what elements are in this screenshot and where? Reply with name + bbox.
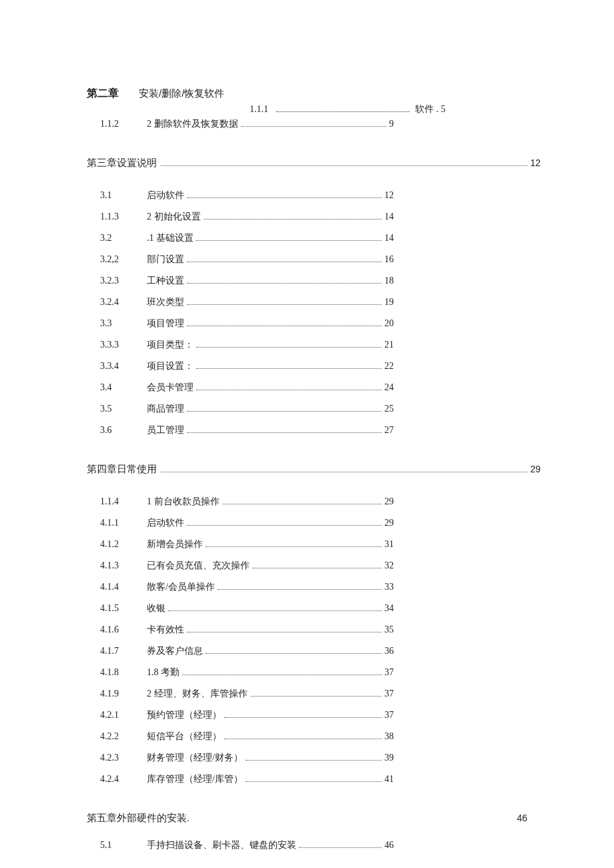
toc-page: 27	[384, 425, 394, 436]
toc-label: 项目类型：	[147, 339, 194, 351]
toc-label: 项目设置：	[147, 360, 194, 372]
chapter3-heading: 第三章设置说明 12	[87, 157, 541, 169]
toc-dots	[187, 432, 382, 433]
toc-num: 4.2.3	[100, 753, 147, 763]
toc-label: 1 前台收款员操作	[147, 496, 220, 508]
toc-label: 启动软件	[147, 189, 184, 201]
toc-page: 31	[384, 539, 394, 550]
toc-num: 3.6	[100, 425, 147, 436]
chapter3-entries: 3.1启动软件121.1.32 初始化设置143.2.1 基础设置143.2,2…	[87, 189, 541, 436]
chapter5-heading: 第五章外部硬件的安装. 46	[87, 812, 541, 825]
toc-num: 3.1	[100, 190, 147, 201]
toc-dots	[224, 717, 382, 718]
toc-page: 16	[384, 254, 394, 265]
toc-page: 19	[384, 297, 394, 308]
toc-entry: 1.1.32 初始化设置14	[100, 211, 394, 223]
toc-label: 员工管理	[147, 424, 184, 436]
toc-entry: 3.3项目管理20	[100, 318, 394, 330]
toc-entry: 3.5商品管理25	[100, 403, 394, 415]
toc-dots	[299, 847, 382, 848]
toc-dots	[161, 472, 527, 472]
chapter4-heading: 第四章日常使用 29	[87, 463, 541, 476]
toc-label: 预约管理（经理）	[147, 709, 222, 721]
toc-entry: 1.1.41 前台收款员操作29	[100, 496, 394, 508]
toc-num: 1.1.3	[100, 211, 147, 222]
toc-num: 4.1.9	[100, 689, 147, 699]
toc-label: 部门设置	[147, 254, 184, 266]
toc-entry: 4.1.7券及客户信息36	[100, 645, 394, 657]
toc-label: 商品管理	[147, 403, 184, 415]
toc-num: 3.5	[100, 404, 147, 414]
toc-page: 33	[384, 582, 394, 592]
toc-num: 3.4	[100, 382, 147, 393]
toc-page: 38	[384, 731, 394, 742]
toc-dots	[187, 262, 382, 262]
toc-entry: 3.2,2部门设置16	[100, 254, 394, 266]
toc-dots	[276, 111, 410, 112]
toc-label: 启动软件	[147, 517, 184, 529]
toc-num: 4.1.4	[100, 582, 147, 592]
toc-label: 券及客户信息	[147, 645, 203, 657]
chapter3-title: 第三章设置说明	[87, 157, 157, 169]
toc-num: 4.2.1	[100, 710, 147, 721]
toc-label: 2 经理、财务、库管操作	[147, 688, 248, 700]
chapter3-page: 12	[530, 157, 541, 168]
toc-page: 12	[384, 190, 394, 201]
toc-num: 4.1.5	[100, 603, 147, 614]
toc-dots	[187, 197, 382, 198]
toc-entry: 3.2.1 基础设置14	[100, 232, 394, 244]
chapter4-page: 29	[530, 464, 541, 474]
toc-page: 14	[384, 233, 394, 244]
toc-dots	[187, 632, 382, 632]
toc-num: 3.2.4	[100, 297, 147, 308]
toc-entry: 4.2.2短信平台（经理）38	[100, 731, 394, 743]
toc-entry: 3.2.3工种设置18	[100, 275, 394, 287]
chapter5-entries: 5.1手持扫描设备、刷卡器、键盘的安装46	[87, 839, 541, 851]
toc-page: 37	[384, 667, 394, 678]
toc-dots	[182, 675, 382, 675]
toc-dots	[246, 760, 382, 761]
toc-page: 22	[384, 361, 394, 372]
toc-label: 新增会员操作	[147, 538, 203, 550]
toc-num: 4.1.2	[100, 539, 147, 550]
toc-label: 卡有效性	[147, 624, 184, 636]
toc-label: 散客/会员单操作	[147, 581, 215, 593]
chapter2-bold: 第二章	[87, 87, 119, 101]
toc-dots	[250, 696, 382, 697]
toc-page: 46	[384, 840, 394, 851]
toc-page: 37	[384, 689, 394, 699]
toc-dots	[241, 126, 387, 127]
toc-dots	[252, 568, 382, 568]
toc-entry: 4.2.4库存管理（经理/库管）41	[100, 773, 394, 785]
toc-entry: 4.1.4散客/会员单操作33	[100, 581, 394, 593]
toc-page: 37	[384, 710, 394, 721]
toc-label: 财务管理（经理/财务）	[147, 752, 243, 764]
toc-num: 3.2.3	[100, 276, 147, 286]
toc-entry: 3.6员工管理27	[100, 424, 394, 436]
chapter2-title: 安装/删除/恢复软件	[139, 87, 224, 100]
toc-entry: 4.1.6卡有效性35	[100, 624, 394, 636]
toc-tail: 软件 . 5	[415, 103, 446, 115]
toc-num: 5.1	[100, 840, 147, 851]
toc-page: 34	[384, 603, 394, 614]
toc-entry: 4.2.1预约管理（经理）37	[100, 709, 394, 721]
toc-label: 项目管理	[147, 318, 184, 330]
toc-entry: 5.1手持扫描设备、刷卡器、键盘的安装46	[100, 839, 394, 851]
toc-page: 41	[384, 774, 394, 785]
toc-dots	[187, 411, 382, 412]
toc-label: 2 初始化设置	[147, 211, 201, 223]
toc-num: 1.1.2	[100, 119, 147, 129]
toc-page: 24	[384, 382, 394, 393]
toc-dots	[246, 781, 382, 782]
toc-entry: 4.1.81.8 考勤37	[100, 667, 394, 679]
toc-entry: 3.1启动软件12	[100, 189, 394, 201]
toc-label: 会员卡管理	[147, 382, 194, 394]
toc-num: 1.1.1	[250, 104, 268, 115]
toc-num: 4.1.7	[100, 646, 147, 657]
toc-page: 36	[384, 646, 394, 657]
toc-entry: 4.1.92 经理、财务、库管操作37	[100, 688, 394, 700]
toc-entry: 3.3.3项目类型：21	[100, 339, 394, 351]
toc-page: 18	[384, 276, 394, 286]
toc-entry: 4.2.3财务管理（经理/财务）39	[100, 752, 394, 764]
toc-dots	[168, 610, 382, 611]
